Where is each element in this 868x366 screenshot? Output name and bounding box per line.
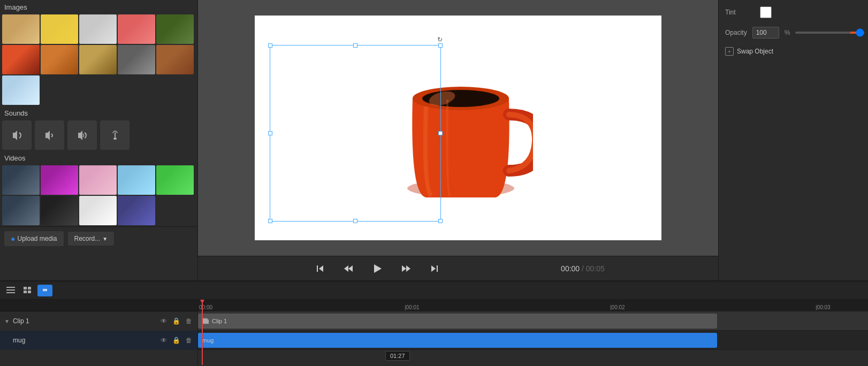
record-button[interactable]: Record... ▼ (68, 232, 115, 246)
video-thumb-7[interactable] (79, 196, 117, 225)
video-thumb-0[interactable] (2, 165, 40, 195)
handle-bottom-center[interactable] (353, 219, 357, 223)
image-thumb-10[interactable] (156, 45, 194, 74)
clip1-block-label: Clip 1 (212, 318, 227, 324)
svg-rect-24 (43, 290, 47, 291)
rewind-button[interactable] (339, 262, 357, 275)
sound-thumb-1[interactable] (35, 120, 64, 150)
image-thumb-9[interactable] (118, 45, 155, 74)
clip1-track-name: Clip 1 (13, 317, 156, 325)
svg-rect-16 (6, 289, 15, 291)
svg-rect-20 (24, 291, 27, 293)
svg-rect-22 (42, 287, 48, 293)
sounds-section-title: Sounds (0, 106, 197, 119)
video-thumb-8[interactable] (118, 196, 155, 225)
mug-image (383, 45, 533, 211)
svg-rect-18 (24, 287, 27, 289)
svg-marker-11 (402, 265, 406, 272)
canvas-container[interactable]: ↻ (198, 0, 718, 256)
video-thumb-1[interactable] (41, 165, 78, 195)
image-thumb-2[interactable] (79, 14, 117, 44)
current-time: 00:00 (561, 264, 580, 273)
videos-grid (0, 164, 197, 226)
skip-to-start-button[interactable] (311, 262, 329, 275)
opacity-input[interactable]: 100 (752, 27, 779, 39)
upload-media-label: Upload media (17, 235, 57, 242)
handle-bottom-left[interactable] (268, 219, 272, 223)
timeline-header (0, 281, 868, 300)
image-thumb-extra0[interactable] (2, 75, 40, 105)
mug-track-block[interactable]: mug (198, 333, 717, 348)
opacity-row: Opacity 100 % (725, 27, 862, 39)
video-thumb-4[interactable] (156, 165, 194, 195)
image-thumb-6[interactable] (2, 45, 40, 74)
mug-track-label: mug 👁 🔒 🗑 (0, 331, 198, 350)
sounds-grid (0, 119, 197, 151)
clip1-track-row[interactable]: Clip 1 (198, 311, 868, 331)
ruler-00:01: |00:01 (405, 304, 420, 311)
left-bottom-bar: ● Upload media Record... ▼ (0, 226, 197, 250)
handle-middle-left[interactable] (268, 131, 272, 135)
ruler-00:00: 00:00 (199, 304, 212, 311)
mug-trash-button[interactable]: 🗑 (185, 336, 193, 345)
handle-top-left[interactable] (268, 43, 272, 48)
timeline-area: ▼ Clip 1 👁 🔒 🗑 mug 👁 🔒 🗑 (0, 280, 868, 366)
tint-color-box[interactable] (760, 6, 772, 18)
sound-thumb-3[interactable] (100, 120, 130, 150)
image-thumb-7[interactable] (41, 45, 78, 74)
video-thumb-3[interactable] (118, 165, 155, 195)
timeline-ruler: 00:00 |00:01 |00:02 |00:03 |00:04 (198, 300, 868, 311)
svg-point-0 (113, 138, 117, 140)
video-thumb-2[interactable] (79, 165, 117, 195)
svg-marker-12 (406, 265, 410, 272)
svg-rect-1 (115, 132, 116, 138)
video-thumb-5[interactable] (2, 196, 40, 225)
clip1-expand-icon[interactable]: ▼ (4, 318, 10, 324)
center-area: ↻ 00:00 / 00:05 (198, 0, 718, 280)
upload-media-button[interactable]: ● Upload media (4, 231, 64, 246)
play-button[interactable] (368, 262, 386, 276)
clip1-track-label: ▼ Clip 1 👁 🔒 🗑 (0, 311, 198, 331)
mug-eye-button[interactable]: 👁 (159, 336, 168, 345)
mug-lock-button[interactable]: 🔒 (171, 336, 181, 345)
image-thumb-3[interactable] (118, 14, 155, 44)
svg-marker-10 (374, 264, 382, 273)
tooltip-time: 01:27 (385, 351, 410, 361)
mug-track-name: mug (4, 337, 156, 344)
skip-to-end-button[interactable] (426, 262, 443, 275)
timeline-blue-btn[interactable] (37, 285, 52, 296)
swap-object-icon: + (725, 47, 734, 56)
right-panel: Tint Opacity 100 % + Swap Object (718, 0, 868, 280)
canvas-white[interactable]: ↻ (255, 16, 661, 240)
mug-track-row[interactable]: mug (198, 331, 868, 350)
image-thumb-4[interactable] (156, 14, 194, 44)
svg-rect-15 (6, 287, 15, 288)
mug-block-label: mug (202, 337, 214, 344)
clip1-trash-button[interactable]: 🗑 (185, 317, 193, 325)
image-thumb-1[interactable] (41, 14, 78, 44)
handle-top-center[interactable] (353, 43, 357, 48)
svg-rect-19 (28, 287, 31, 289)
sound-thumb-2[interactable] (67, 120, 97, 150)
opacity-slider[interactable] (795, 32, 864, 34)
clip1-eye-button[interactable]: 👁 (159, 317, 168, 325)
svg-rect-23 (43, 289, 47, 290)
ruler-00:03: |00:03 (816, 304, 831, 311)
svg-rect-6 (317, 265, 318, 272)
playhead-triangle (200, 300, 204, 304)
image-thumb-8[interactable] (79, 45, 117, 74)
rotate-handle-icon[interactable]: ↻ (437, 36, 443, 43)
handle-bottom-right[interactable] (438, 219, 443, 223)
upload-plus-icon: ● (11, 234, 15, 243)
video-thumb-6[interactable] (41, 196, 78, 225)
clip1-track-block[interactable]: Clip 1 (198, 314, 717, 329)
record-dropdown-icon: ▼ (102, 236, 108, 242)
opacity-unit: % (785, 29, 790, 36)
fast-forward-button[interactable] (397, 262, 415, 275)
image-thumb-0[interactable] (2, 14, 40, 44)
clip1-lock-button[interactable]: 🔒 (171, 317, 181, 325)
swap-object-button[interactable]: + Swap Object (725, 47, 773, 56)
timeline-list-icon-btn[interactable] (4, 285, 17, 296)
sound-thumb-0[interactable] (2, 120, 32, 150)
timeline-grid-icon-btn[interactable] (21, 285, 33, 296)
